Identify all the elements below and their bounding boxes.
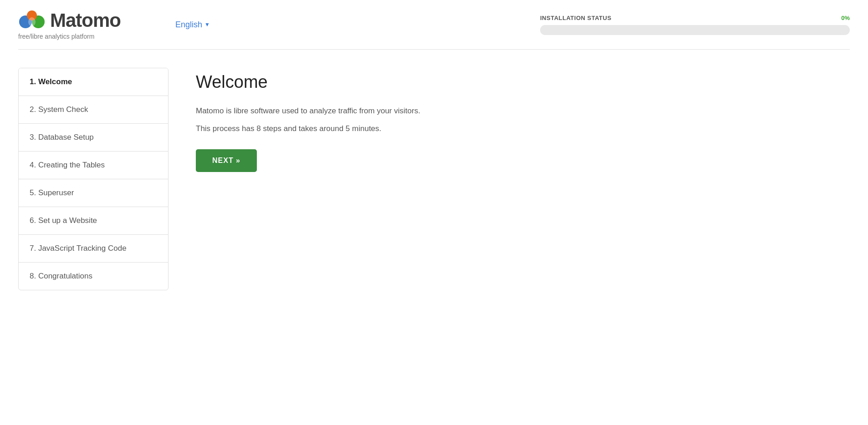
installation-status-percent: 0% xyxy=(841,15,850,21)
sidebar-item-label: 3. Database Setup xyxy=(30,133,94,142)
matomo-logo-icon xyxy=(18,9,46,32)
sidebar-item-step-5[interactable]: 5. Superuser xyxy=(19,179,168,207)
language-label: English xyxy=(175,20,202,30)
welcome-section: Welcome Matomo is libre software used to… xyxy=(187,68,850,177)
chevron-down-icon: ▼ xyxy=(204,21,210,28)
sidebar-item-step-4[interactable]: 4. Creating the Tables xyxy=(19,152,168,179)
next-button[interactable]: NEXT » xyxy=(196,149,257,172)
logo-section: Matomo free/libre analytics platform xyxy=(18,9,121,40)
welcome-title: Welcome xyxy=(196,72,841,92)
sidebar-item-step-2[interactable]: 2. System Check xyxy=(19,96,168,124)
sidebar-item-step-6[interactable]: 6. Set up a Website xyxy=(19,207,168,235)
sidebar-item-label: 4. Creating the Tables xyxy=(30,161,105,169)
sidebar-item-step-3[interactable]: 3. Database Setup xyxy=(19,124,168,152)
installation-status-label: INSTALLATION STATUS xyxy=(540,15,612,21)
sidebar-item-step-7[interactable]: 7. JavaScript Tracking Code xyxy=(19,235,168,263)
main-content: 1. Welcome 2. System Check 3. Database S… xyxy=(0,50,868,309)
sidebar-item-step-8[interactable]: 8. Congratulations xyxy=(19,263,168,290)
installation-status-section: INSTALLATION STATUS 0% xyxy=(540,15,850,35)
logo-container: Matomo xyxy=(18,9,121,32)
language-selector[interactable]: English ▼ xyxy=(175,20,210,30)
welcome-description-2: This process has 8 steps and takes aroun… xyxy=(196,122,841,135)
sidebar-item-label: 7. JavaScript Tracking Code xyxy=(30,244,127,253)
sidebar-item-step-1[interactable]: 1. Welcome xyxy=(19,68,168,96)
installation-status-header: INSTALLATION STATUS 0% xyxy=(540,15,850,21)
welcome-description-1: Matomo is libre software used to analyze… xyxy=(196,105,841,117)
progress-bar-track xyxy=(540,25,850,35)
svg-point-3 xyxy=(28,17,36,26)
sidebar-item-label: 2. System Check xyxy=(30,105,88,114)
sidebar-item-label: 5. Superuser xyxy=(30,188,74,197)
sidebar: 1. Welcome 2. System Check 3. Database S… xyxy=(18,68,168,290)
sidebar-item-label: 6. Set up a Website xyxy=(30,216,97,225)
sidebar-item-label: 8. Congratulations xyxy=(30,272,92,280)
sidebar-item-label: 1. Welcome xyxy=(30,77,72,86)
logo-text: Matomo xyxy=(50,10,121,31)
header: Matomo free/libre analytics platform Eng… xyxy=(0,0,868,49)
logo-tagline: free/libre analytics platform xyxy=(18,33,121,40)
